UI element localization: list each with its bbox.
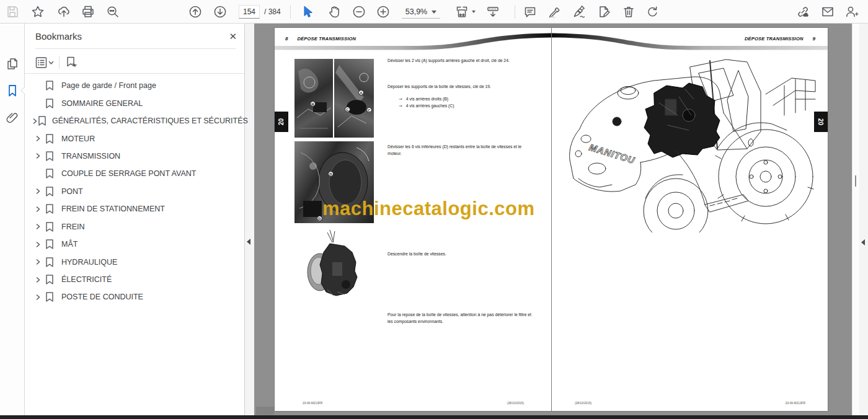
signature-pen-icon[interactable] (572, 4, 587, 19)
highlighter-icon[interactable] (547, 4, 562, 19)
expand-current-bookmark-icon[interactable] (64, 56, 78, 69)
bookmark-icon (43, 99, 56, 108)
bookmark-options-icon[interactable] (35, 56, 54, 69)
share-link-icon[interactable] (795, 4, 810, 19)
zoom-level-dropdown[interactable]: 53,9% (402, 6, 440, 19)
bookmark-item[interactable]: FREIN DE STATIONNEMENT (25, 200, 243, 218)
chevron-right-icon[interactable] (32, 242, 43, 247)
previous-page-icon[interactable] (188, 4, 203, 19)
page-number-input[interactable] (239, 5, 260, 19)
star-icon[interactable] (30, 4, 45, 19)
horizontal-scrollbar-thumb[interactable] (256, 407, 274, 415)
chevron-right-icon[interactable] (32, 294, 43, 300)
bookmarks-panel: Bookmarks ✕ Page de garde / Front page S… (25, 24, 245, 415)
panel-collapse-strip (245, 24, 254, 415)
instruction-paragraph: Dévisser les 2 vis (A) supports arrières… (388, 58, 531, 64)
chevron-right-icon[interactable] (32, 153, 43, 159)
bookmark-icon (43, 222, 56, 232)
collapse-panel-arrow[interactable] (247, 239, 250, 245)
bookmark-icon (43, 169, 56, 179)
bookmarks-panel-icon[interactable] (5, 83, 20, 98)
page-thumbnails-icon[interactable] (5, 56, 20, 71)
bookmark-item[interactable]: Page de garde / Front page (25, 77, 243, 94)
bookmark-icon (38, 116, 46, 126)
redo-icon[interactable] (645, 4, 660, 19)
bookmark-item[interactable]: POSTE DE CONDUITE (25, 288, 243, 306)
bookmark-item[interactable]: ÉLECTRICITÉ (25, 271, 243, 288)
watermark-text: machinecatalogic.com (322, 198, 535, 220)
bookmark-item[interactable]: SOMMAIRE GENERAL (25, 94, 243, 112)
bookmark-item[interactable]: TRANSMISSION (25, 148, 243, 165)
pdf-page-right: DÉPOSE TRANSMISSION 9 20 MANITOU (552, 28, 828, 411)
select-tool-icon[interactable] (300, 4, 315, 19)
search-icon[interactable] (105, 4, 120, 19)
bookmark-label: TRANSMISSION (61, 152, 120, 161)
chevron-right-icon[interactable] (32, 277, 43, 283)
delete-icon[interactable] (621, 4, 636, 19)
chevron-right-icon[interactable] (32, 188, 43, 194)
bookmark-label: SOMMAIRE GENERAL (61, 99, 143, 108)
bookmark-icon (43, 257, 56, 267)
save-icon[interactable] (5, 4, 20, 19)
scrollbar-thumb[interactable] (855, 175, 856, 187)
instruction-paragraph: Descendre la boîte de vitesses. (388, 251, 531, 258)
chevron-down-icon[interactable] (472, 11, 476, 13)
bookmark-icon (43, 134, 56, 144)
document-date: (28/10/2015) (507, 402, 524, 405)
divider (25, 73, 244, 74)
scroll-mode-icon[interactable] (485, 4, 500, 19)
comment-icon[interactable] (523, 4, 538, 19)
page-fit-icon[interactable] (454, 4, 469, 19)
photo-rear-support-left (294, 59, 333, 138)
callout-label: C (366, 107, 372, 113)
add-person-icon[interactable] (844, 4, 859, 19)
vertical-scrollbar[interactable] (852, 24, 859, 415)
email-icon[interactable] (820, 4, 835, 19)
photo-gearbox (303, 227, 360, 311)
chevron-right-icon[interactable] (32, 259, 43, 265)
bookmark-item[interactable]: COUPLE DE SERRAGE PONT AVANT (25, 165, 243, 182)
bookmark-item[interactable]: MÂT (25, 236, 243, 253)
document-viewport: 8 DÉPOSE TRANSMISSION 20 B (254, 24, 852, 415)
bookmark-item[interactable]: HYDRAULIQUE (25, 253, 243, 270)
close-icon[interactable]: ✕ (229, 32, 237, 41)
bookmark-label: Page de garde / Front page (61, 81, 156, 90)
bullet-arrow-icon: ⇒ (399, 97, 402, 102)
page-number: 9 (813, 36, 815, 42)
main-toolbar: / 384 53,9% (0, 0, 868, 24)
instruction-bullet: ⇒ 4 vis arrières gauches (C) (399, 104, 454, 108)
attachments-icon[interactable] (5, 110, 20, 125)
bookmark-item[interactable]: PONT (25, 183, 243, 200)
bookmark-label: MOTEUR (61, 135, 95, 143)
edit-document-icon[interactable] (596, 4, 611, 19)
bottom-edge-bar (0, 415, 868, 419)
page-number: 8 (285, 36, 288, 42)
hand-tool-icon[interactable] (326, 4, 341, 19)
chevron-right-icon[interactable] (32, 118, 38, 124)
chevron-right-icon[interactable] (32, 224, 43, 229)
next-page-icon[interactable] (213, 4, 228, 19)
bookmark-icon (43, 81, 56, 90)
navigation-rail (0, 24, 25, 415)
instruction-paragraph: Déposer les supports de la boîte de vite… (388, 84, 531, 90)
chevron-right-icon[interactable] (32, 136, 43, 141)
document-reference: 20-06-M213FR (786, 402, 805, 405)
chevron-down-icon (432, 11, 436, 14)
telehandler-illustration: MANITOU (561, 56, 818, 232)
print-icon[interactable] (81, 4, 95, 19)
bookmark-item[interactable]: FREIN (25, 218, 243, 236)
divider (35, 48, 236, 49)
callout-label: B (310, 101, 316, 107)
toolbar-separator (515, 5, 515, 19)
bookmarks-panel-title: Bookmarks (35, 31, 82, 42)
zoom-in-icon[interactable] (376, 4, 391, 19)
bookmark-item[interactable]: GÉNÉRALITÉS, CARACTÉRISTIQUES ET SÉCURIT… (25, 112, 243, 130)
expand-right-panel-arrow[interactable] (861, 239, 865, 245)
bookmark-item[interactable]: MOTEUR (25, 130, 243, 147)
share-cloud-icon[interactable] (56, 4, 71, 19)
zoom-out-icon[interactable] (352, 4, 366, 19)
bookmark-label: ÉLECTRICITÉ (61, 275, 112, 284)
instruction-paragraph: Dévisser les 6 vis inférieures (D) resta… (388, 144, 531, 157)
bookmark-label: COUPLE DE SERRAGE PONT AVANT (61, 169, 196, 178)
chevron-right-icon[interactable] (32, 206, 43, 212)
